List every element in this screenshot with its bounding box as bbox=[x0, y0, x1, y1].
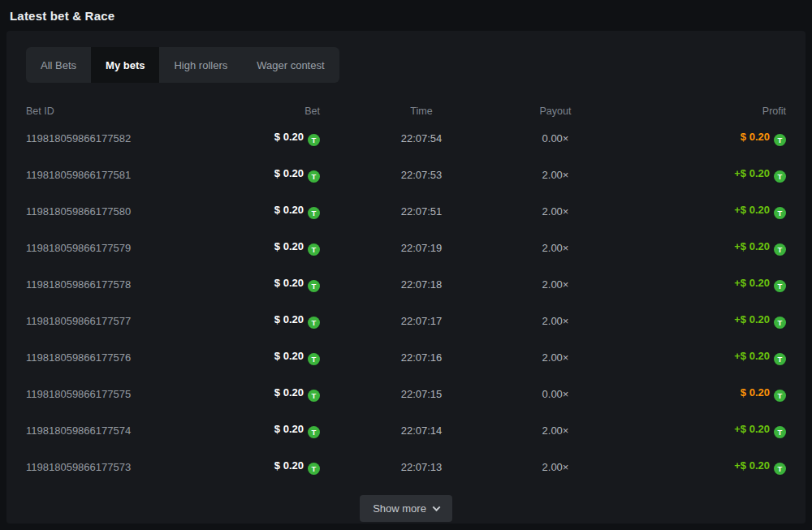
tab-my-bets[interactable]: My bets bbox=[91, 47, 159, 83]
bet-payout: 2.00× bbox=[499, 278, 612, 291]
col-header-profit: Profit bbox=[612, 106, 786, 117]
bet-payout: 2.00× bbox=[499, 169, 612, 181]
profit-amount: +$ 0.20 bbox=[734, 459, 770, 472]
bet-amount-cell: $ 0.20T bbox=[229, 459, 320, 475]
bet-id: 119818059866177573 bbox=[26, 461, 229, 473]
chevron-down-icon bbox=[432, 503, 440, 511]
table-header-row: Bet ID Bet Time Payout Profit bbox=[26, 102, 786, 120]
bet-amount-cell: $ 0.20T bbox=[229, 131, 320, 146]
table-row[interactable]: 119818059866177575 $ 0.20T 22:07:15 0.00… bbox=[26, 376, 786, 412]
col-header-payout: Payout bbox=[499, 106, 612, 117]
usdt-coin-icon: T bbox=[774, 426, 786, 438]
page-title: Latest bet & Race bbox=[10, 9, 114, 23]
bet-profit-cell: +$ 0.20T bbox=[612, 313, 786, 329]
bet-payout: 0.00× bbox=[499, 388, 612, 400]
profit-amount: +$ 0.20 bbox=[734, 240, 770, 252]
bet-id: 119818059866177574 bbox=[26, 424, 229, 437]
usdt-coin-icon: T bbox=[308, 426, 320, 438]
bet-id: 119818059866177575 bbox=[26, 388, 229, 400]
bet-payout: 2.00× bbox=[499, 351, 612, 364]
bets-table: Bet ID Bet Time Payout Profit 1198180598… bbox=[26, 102, 786, 485]
profit-amount: +$ 0.20 bbox=[734, 204, 770, 216]
bet-id: 119818059866177577 bbox=[26, 315, 229, 327]
bet-id: 119818059866177578 bbox=[26, 278, 229, 291]
profit-amount: +$ 0.20 bbox=[734, 350, 770, 362]
bet-id: 119818059866177579 bbox=[26, 242, 229, 254]
bet-profit-cell: +$ 0.20T bbox=[612, 204, 786, 219]
bet-payout: 0.00× bbox=[499, 132, 612, 144]
table-row[interactable]: 119818059866177582 $ 0.20T 22:07:54 0.00… bbox=[26, 120, 786, 157]
section-titlebar: Latest bet & Race bbox=[0, 0, 812, 31]
bet-id: 119818059866177576 bbox=[26, 351, 229, 364]
bet-profit-cell: +$ 0.20T bbox=[612, 167, 786, 183]
bet-amount-cell: $ 0.20T bbox=[229, 167, 320, 183]
bet-amount: $ 0.20 bbox=[274, 204, 304, 216]
table-row[interactable]: 119818059866177576 $ 0.20T 22:07:16 2.00… bbox=[26, 339, 786, 376]
usdt-coin-icon: T bbox=[308, 390, 320, 402]
bet-time: 22:07:51 bbox=[320, 205, 499, 218]
profit-amount: +$ 0.20 bbox=[734, 313, 770, 325]
bet-amount: $ 0.20 bbox=[274, 459, 304, 472]
bet-time: 22:07:15 bbox=[320, 388, 499, 400]
bet-amount-cell: $ 0.20T bbox=[229, 350, 320, 365]
profit-amount: $ 0.20 bbox=[741, 131, 770, 143]
table-row[interactable]: 119818059866177581 $ 0.20T 22:07:53 2.00… bbox=[26, 157, 786, 193]
usdt-coin-icon: T bbox=[774, 134, 786, 146]
usdt-coin-icon: T bbox=[774, 280, 786, 292]
bet-amount: $ 0.20 bbox=[274, 350, 304, 362]
col-header-time: Time bbox=[320, 106, 499, 117]
tab-high-rollers[interactable]: High rollers bbox=[159, 47, 242, 83]
bet-profit-cell: +$ 0.20T bbox=[612, 350, 786, 365]
table-row[interactable]: 119818059866177579 $ 0.20T 22:07:19 2.00… bbox=[26, 230, 786, 266]
bet-amount-cell: $ 0.20T bbox=[229, 386, 320, 402]
bet-profit-cell: +$ 0.20T bbox=[612, 459, 786, 475]
bet-profit-cell: +$ 0.20T bbox=[612, 277, 786, 292]
bet-amount: $ 0.20 bbox=[274, 131, 304, 143]
bet-id: 119818059866177580 bbox=[26, 205, 229, 218]
latest-bets-panel: All Bets My bets High rollers Wager cont… bbox=[6, 31, 806, 524]
bet-time: 22:07:14 bbox=[320, 424, 499, 437]
bet-id: 119818059866177581 bbox=[26, 169, 229, 181]
usdt-coin-icon: T bbox=[774, 243, 786, 256]
table-row[interactable]: 119818059866177577 $ 0.20T 22:07:17 2.00… bbox=[26, 303, 786, 339]
col-header-bet-id: Bet ID bbox=[26, 106, 229, 117]
usdt-coin-icon: T bbox=[774, 353, 786, 365]
table-row[interactable]: 119818059866177578 $ 0.20T 22:07:18 2.00… bbox=[26, 266, 786, 303]
tab-all-bets[interactable]: All Bets bbox=[26, 47, 91, 83]
bet-payout: 2.00× bbox=[499, 242, 612, 254]
bet-id: 119818059866177582 bbox=[26, 132, 229, 144]
bet-amount: $ 0.20 bbox=[274, 240, 304, 252]
bet-amount-cell: $ 0.20T bbox=[229, 277, 320, 292]
bet-time: 22:07:19 bbox=[320, 242, 499, 254]
table-row[interactable]: 119818059866177574 $ 0.20T 22:07:14 2.00… bbox=[26, 412, 786, 449]
bet-amount: $ 0.20 bbox=[274, 277, 304, 289]
show-more-label: Show more bbox=[373, 502, 426, 515]
bet-amount-cell: $ 0.20T bbox=[229, 313, 320, 329]
bet-profit-cell: $ 0.20T bbox=[612, 131, 786, 146]
usdt-coin-icon: T bbox=[308, 207, 320, 219]
usdt-coin-icon: T bbox=[308, 463, 320, 475]
bet-time: 22:07:13 bbox=[320, 461, 499, 473]
bet-payout: 2.00× bbox=[499, 461, 612, 473]
bet-profit-cell: +$ 0.20T bbox=[612, 423, 786, 438]
table-row[interactable]: 119818059866177580 $ 0.20T 22:07:51 2.00… bbox=[26, 193, 786, 230]
usdt-coin-icon: T bbox=[308, 243, 320, 256]
profit-amount: +$ 0.20 bbox=[734, 423, 770, 435]
bet-amount-cell: $ 0.20T bbox=[229, 240, 320, 256]
show-more-button[interactable]: Show more bbox=[360, 495, 452, 522]
profit-amount: +$ 0.20 bbox=[734, 167, 770, 179]
bet-profit-cell: $ 0.20T bbox=[612, 386, 786, 402]
table-row[interactable]: 119818059866177573 $ 0.20T 22:07:13 2.00… bbox=[26, 449, 786, 485]
usdt-coin-icon: T bbox=[308, 317, 320, 329]
bet-payout: 2.00× bbox=[499, 315, 612, 327]
bet-time: 22:07:54 bbox=[320, 132, 499, 144]
tab-wager-contest[interactable]: Wager contest bbox=[242, 47, 339, 83]
usdt-coin-icon: T bbox=[774, 317, 786, 329]
bet-amount: $ 0.20 bbox=[274, 167, 304, 179]
profit-amount: +$ 0.20 bbox=[734, 277, 770, 289]
bet-amount: $ 0.20 bbox=[274, 423, 304, 435]
usdt-coin-icon: T bbox=[308, 170, 320, 183]
usdt-coin-icon: T bbox=[774, 463, 786, 475]
bet-amount-cell: $ 0.20T bbox=[229, 423, 320, 438]
usdt-coin-icon: T bbox=[774, 390, 786, 402]
